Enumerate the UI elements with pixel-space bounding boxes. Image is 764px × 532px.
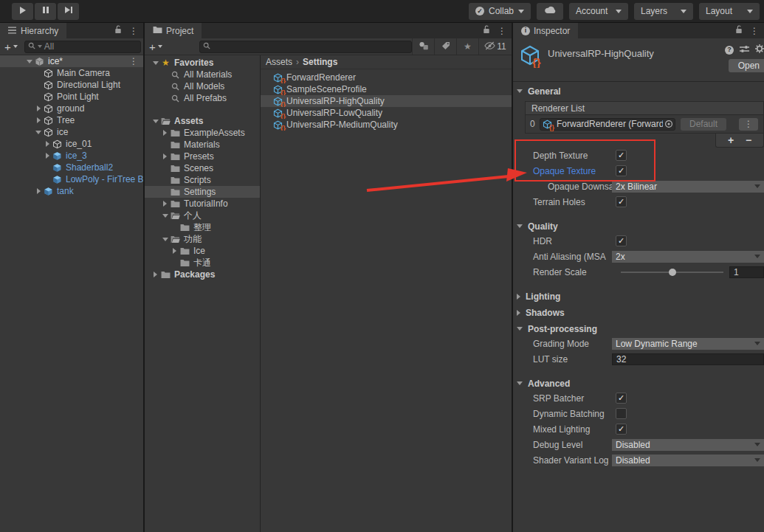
file-row-universalrp-mediumquality[interactable]: {}UniversalRP-MediumQuality xyxy=(261,119,512,131)
lock-icon[interactable] xyxy=(483,25,490,36)
foldout-open-icon[interactable] xyxy=(160,238,170,241)
project-tree-item-all-prefabs[interactable]: All Prefabs xyxy=(145,92,260,104)
tab-inspector[interactable]: i Inspector xyxy=(513,23,578,38)
hierarchy-item-shaderball2[interactable]: Shaderball2 xyxy=(0,162,143,173)
foldout-closed-icon[interactable] xyxy=(170,248,179,254)
kebab-menu-icon[interactable]: ⋮ xyxy=(750,27,759,35)
pause-button[interactable] xyxy=(35,3,56,20)
project-tree-item-个人[interactable]: 个人 xyxy=(145,210,260,221)
layers-dropdown[interactable]: Layers xyxy=(634,3,693,20)
foldout-open-icon[interactable] xyxy=(151,120,160,123)
slider-value-field[interactable]: 1 xyxy=(729,266,764,278)
checkbox[interactable]: ✓ xyxy=(616,150,627,161)
lock-icon[interactable] xyxy=(114,25,122,36)
project-tree-item-整理[interactable]: 整理 xyxy=(145,221,260,233)
hidden-count-button[interactable]: 11 xyxy=(478,38,512,55)
kebab-menu-icon[interactable]: ⋮ xyxy=(498,27,506,35)
object-picker-icon[interactable] xyxy=(664,120,673,128)
hierarchy-item-lowpoly-firtree-b[interactable]: LowPoly - FirTree B xyxy=(0,173,143,185)
renderer-item-menu-button[interactable]: ⋮ xyxy=(739,118,758,131)
add-object-button[interactable]: + xyxy=(4,41,18,52)
foldout-closed-icon[interactable] xyxy=(160,201,170,207)
renderer-object-field[interactable]: {}ForwardRenderer (Forward xyxy=(540,118,675,131)
tab-project[interactable]: Project xyxy=(145,23,202,38)
text-field[interactable]: 32 xyxy=(612,353,764,365)
foldout-closed-icon[interactable] xyxy=(34,106,43,111)
project-search-input[interactable] xyxy=(199,41,412,53)
step-button[interactable] xyxy=(58,3,79,20)
project-tree-item-materials[interactable]: Materials xyxy=(145,139,260,151)
file-row-universalrp-lowquality[interactable]: {}UniversalRP-LowQuality xyxy=(261,107,512,119)
foldout-closed-icon[interactable] xyxy=(160,153,170,159)
hierarchy-item-ice-01[interactable]: ice_01 xyxy=(0,138,143,150)
project-tree-item-favorites[interactable]: ★Favorites xyxy=(145,57,260,69)
property-label[interactable]: Opaque Texture xyxy=(533,166,612,176)
dropdown[interactable]: Disabled xyxy=(612,455,764,466)
hierarchy-item-point-light[interactable]: Point Light xyxy=(0,91,143,103)
checkbox[interactable] xyxy=(616,408,627,419)
hierarchy-item-ice-3[interactable]: ice_3 xyxy=(0,150,143,162)
project-tree-item-presets[interactable]: Presets xyxy=(145,151,260,162)
scene-row[interactable]: ice*⋮ xyxy=(0,55,143,67)
foldout-open-icon[interactable] xyxy=(151,61,160,65)
project-tree-item-all-materials[interactable]: All Materials xyxy=(145,69,260,80)
foldout-closed-icon[interactable] xyxy=(151,272,160,277)
gear-icon[interactable] xyxy=(755,44,764,55)
foldout-open-icon[interactable] xyxy=(25,60,34,63)
open-button[interactable]: Open xyxy=(729,59,764,72)
dropdown[interactable]: Low Dynamic Range xyxy=(612,338,764,350)
file-row-forwardrenderer[interactable]: {}ForwardRenderer xyxy=(261,72,512,83)
checkbox[interactable]: ✓ xyxy=(616,196,627,207)
filter-by-label-button[interactable] xyxy=(434,38,456,55)
section-header-shadows[interactable]: Shadows xyxy=(513,305,764,319)
project-tree-item-settings[interactable]: Settings xyxy=(145,186,260,198)
presets-icon[interactable] xyxy=(740,45,749,55)
checkbox[interactable]: ✓ xyxy=(616,424,627,435)
favorites-filter-button[interactable]: ★ xyxy=(456,38,478,55)
help-icon[interactable]: ? xyxy=(725,46,734,55)
dropdown[interactable]: Disabled xyxy=(612,439,764,451)
section-header-advanced[interactable]: Advanced xyxy=(513,376,764,390)
kebab-menu-icon[interactable]: ⋮ xyxy=(129,27,138,35)
project-tree-item-scenes[interactable]: Scenes xyxy=(145,162,260,174)
default-button[interactable]: Default xyxy=(681,118,726,131)
hierarchy-item-ground[interactable]: ground xyxy=(0,103,143,114)
play-button[interactable] xyxy=(12,3,33,20)
remove-renderer-button[interactable]: − xyxy=(746,135,751,145)
checkbox[interactable]: ✓ xyxy=(616,393,627,404)
foldout-closed-icon[interactable] xyxy=(34,117,43,123)
lock-icon[interactable] xyxy=(735,25,743,36)
foldout-open-icon[interactable] xyxy=(34,131,43,134)
hierarchy-item-tank[interactable]: tank xyxy=(0,185,143,197)
cloud-button[interactable] xyxy=(537,3,563,20)
project-tree-item-卡通[interactable]: 卡通 xyxy=(145,257,260,269)
checkbox[interactable]: ✓ xyxy=(616,235,627,246)
project-tree-item-all-models[interactable]: All Models xyxy=(145,80,260,92)
hierarchy-search-input[interactable]: All xyxy=(24,41,141,53)
section-header-quality[interactable]: Quality xyxy=(513,219,764,233)
project-tree-item-exampleassets[interactable]: ExampleAssets xyxy=(145,127,260,139)
project-tree-item-packages[interactable]: Packages xyxy=(145,269,260,280)
section-header-general[interactable]: General xyxy=(513,84,764,98)
project-tree-item-scripts[interactable]: Scripts xyxy=(145,174,260,186)
file-row-universalrp-highquality[interactable]: {}UniversalRP-HighQuality xyxy=(261,95,512,107)
project-tree-item-assets[interactable]: Assets xyxy=(145,115,260,127)
layout-dropdown[interactable]: Layout xyxy=(699,3,760,20)
hierarchy-item-tree[interactable]: Tree xyxy=(0,114,143,126)
hierarchy-item-directional-light[interactable]: Directional Light xyxy=(0,79,143,91)
breadcrumb-root[interactable]: Assets xyxy=(266,57,292,67)
foldout-closed-icon[interactable] xyxy=(43,141,52,147)
section-header-lighting[interactable]: Lighting xyxy=(513,289,764,303)
filter-by-type-button[interactable] xyxy=(412,38,434,55)
kebab-menu-icon[interactable]: ⋮ xyxy=(129,57,138,66)
add-renderer-button[interactable]: + xyxy=(728,135,734,145)
hierarchy-item-ice[interactable]: ice xyxy=(0,126,143,138)
foldout-closed-icon[interactable] xyxy=(43,153,52,159)
checkbox[interactable]: ✓ xyxy=(616,165,627,176)
foldout-closed-icon[interactable] xyxy=(160,130,170,136)
slider-track[interactable] xyxy=(621,272,723,273)
project-tree-item-功能[interactable]: 功能 xyxy=(145,233,260,245)
file-row-samplesceneprofile[interactable]: {}SampleSceneProfile xyxy=(261,83,512,95)
slider-handle[interactable] xyxy=(669,269,676,276)
add-asset-button[interactable]: + xyxy=(149,41,162,52)
